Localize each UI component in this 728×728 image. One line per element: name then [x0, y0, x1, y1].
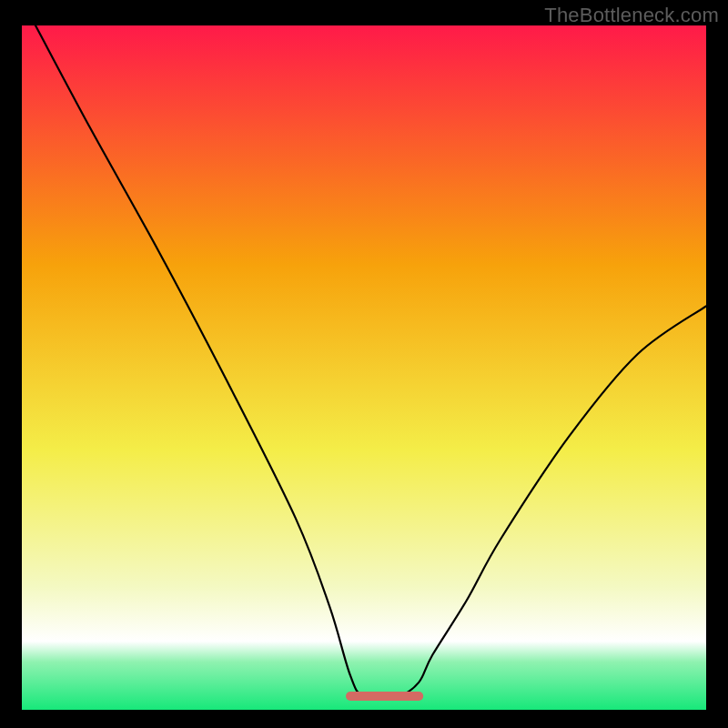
chart-plot-area	[22, 25, 706, 710]
watermark-text: TheBottleneck.com	[544, 4, 719, 27]
chart-background-gradient	[22, 25, 706, 710]
chart-stage: TheBottleneck.com	[0, 0, 728, 728]
chart-svg	[22, 25, 706, 710]
